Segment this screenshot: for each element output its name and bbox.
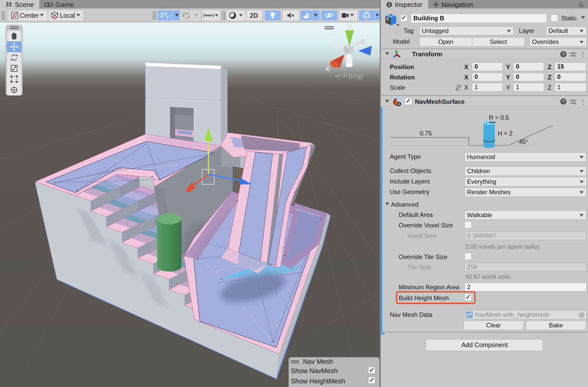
svg-text:y: y bbox=[348, 23, 352, 30]
svg-text:?: ? bbox=[562, 52, 565, 57]
svg-text:z: z bbox=[373, 49, 377, 58]
svg-text:x: x bbox=[325, 64, 330, 72]
svg-text:Persp: Persp bbox=[343, 71, 363, 80]
svg-text:?: ? bbox=[562, 99, 565, 104]
svg-text:Y: Y bbox=[166, 15, 168, 19]
